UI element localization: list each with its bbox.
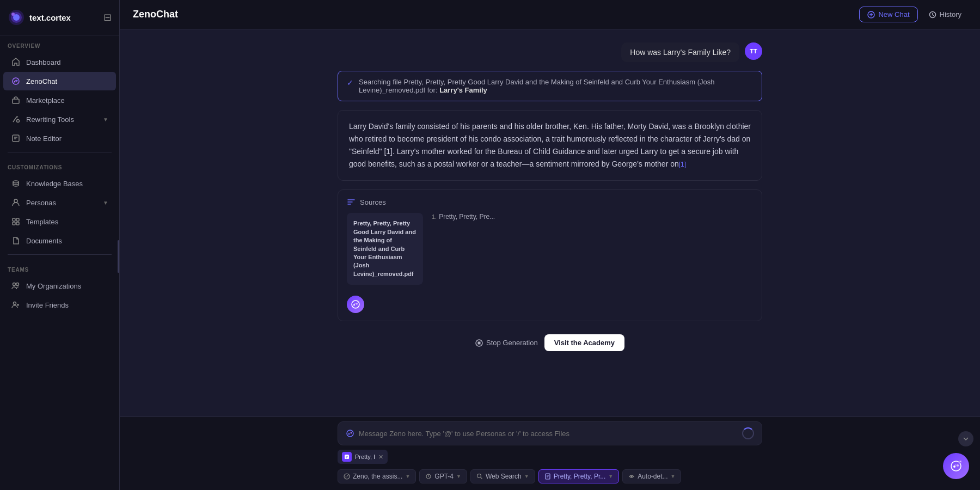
persona-chevron-icon: ▼	[405, 474, 410, 479]
sidebar-item-invite-friends[interactable]: Invite Friends	[3, 296, 116, 314]
user-avatar: TT	[745, 42, 762, 60]
ai-response: Larry David's family consisted of his pa…	[338, 110, 762, 181]
message-input[interactable]	[359, 430, 738, 438]
check-icon: ✓	[347, 78, 353, 87]
source-items: 1. Pretty, Pretty, Pre...	[432, 213, 495, 220]
stop-icon	[475, 339, 483, 347]
file-selector-button[interactable]: Pretty, Pretty, Pr... ▼	[538, 469, 620, 483]
auto-detect-button[interactable]: Auto-det... ▼	[622, 469, 681, 483]
auto-detect-icon	[628, 473, 635, 480]
logo-icon	[8, 9, 25, 26]
svg-point-34	[477, 474, 481, 478]
sidebar-scrollbar	[118, 240, 119, 273]
file-chip: Pretty, I ✕	[338, 450, 388, 464]
invite-friends-icon	[11, 300, 21, 310]
zeno-float-button[interactable]	[943, 453, 969, 479]
svg-rect-14	[13, 222, 15, 225]
header-actions: New Chat History	[859, 7, 967, 22]
model-chevron-icon: ▼	[456, 474, 461, 479]
svg-point-16	[13, 283, 16, 286]
sidebar-item-zenochat[interactable]: ZenoChat	[3, 72, 116, 90]
svg-point-31	[346, 476, 347, 477]
svg-point-40	[959, 460, 962, 463]
model-icon	[425, 473, 432, 480]
chat-area: How was Larry's Family Like? TT ✓ Search…	[120, 29, 980, 416]
search-notification-text: Searching file Pretty, Pretty, Pretty Go…	[359, 78, 753, 94]
svg-rect-15	[16, 222, 19, 225]
svg-point-32	[347, 475, 348, 476]
sidebar-item-note-editor[interactable]: Note Editor	[3, 129, 116, 148]
zeno-float-icon	[950, 460, 963, 473]
web-search-button[interactable]: Web Search ▼	[470, 469, 535, 483]
dashboard-label: Dashboard	[26, 58, 108, 66]
sidebar-item-personas[interactable]: Personas ▼	[3, 193, 116, 212]
sources-icon	[347, 198, 356, 206]
file-icon	[544, 473, 551, 480]
history-icon	[929, 11, 936, 19]
search-notification: ✓ Searching file Pretty, Pretty, Pretty …	[338, 71, 762, 101]
page-title: ZenoChat	[133, 9, 859, 20]
sidebar-divider-2	[8, 254, 112, 255]
svg-rect-9	[13, 135, 19, 142]
sidebar-logo: text.cortex ⊟	[0, 0, 119, 35]
svg-point-27	[348, 433, 350, 435]
sidebar-item-knowledge-bases[interactable]: Knowledge Bases	[3, 174, 116, 193]
web-search-icon	[476, 473, 483, 480]
svg-rect-7	[13, 99, 19, 103]
note-editor-icon	[11, 133, 21, 143]
sidebar-item-documents[interactable]: Documents	[3, 231, 116, 250]
note-editor-label: Note Editor	[26, 134, 108, 143]
main-content: ZenoChat New Chat History How was Larry	[120, 0, 980, 490]
invite-friends-label: Invite Friends	[26, 301, 108, 309]
marketplace-label: Marketplace	[26, 96, 108, 105]
sidebar-item-rewriting-tools[interactable]: Rewriting Tools ▼	[3, 110, 116, 128]
knowledge-bases-icon	[11, 179, 21, 188]
sidebar-item-templates[interactable]: Templates	[3, 212, 116, 231]
zenochat-icon	[11, 76, 21, 86]
teams-section-label: Teams	[0, 259, 119, 276]
customizations-section-label: Customizations	[0, 157, 119, 174]
svg-rect-12	[13, 218, 15, 221]
sidebar-item-my-organizations[interactable]: My Organizations	[3, 277, 116, 295]
user-message: How was Larry's Family Like? TT	[338, 42, 762, 62]
auto-detect-chevron-icon: ▼	[671, 474, 676, 479]
templates-label: Templates	[26, 218, 108, 226]
sidebar-item-dashboard[interactable]: Dashboard	[3, 53, 116, 71]
bot-row	[347, 293, 753, 313]
svg-point-5	[14, 81, 16, 83]
svg-point-10	[13, 181, 19, 183]
sidebar-nav: Overview Dashboard ZenoChat	[0, 35, 119, 490]
message-input-icon	[346, 429, 354, 438]
expand-icon	[962, 435, 970, 443]
stop-generation-button[interactable]: Stop Generation	[475, 339, 538, 347]
chat-input-area: Pretty, I ✕ Zeno, the assis... ▼	[120, 416, 980, 490]
templates-icon	[11, 217, 21, 226]
documents-icon	[11, 236, 21, 246]
home-icon	[11, 57, 21, 67]
svg-rect-25	[478, 341, 481, 344]
model-selector-button[interactable]: GPT-4 ▼	[419, 469, 467, 483]
svg-point-4	[13, 78, 19, 84]
chevron-down-icon: ▼	[103, 117, 108, 122]
sidebar: text.cortex ⊟ Overview Dashboard Zeno	[0, 0, 120, 490]
svg-point-3	[11, 13, 15, 16]
rewriting-tools-icon	[11, 114, 21, 124]
my-organizations-label: My Organizations	[26, 282, 108, 290]
history-button[interactable]: History	[923, 7, 967, 22]
pdf-icon	[344, 454, 350, 460]
bot-avatar	[347, 296, 364, 313]
documents-label: Documents	[26, 237, 108, 245]
sidebar-item-marketplace[interactable]: Marketplace	[3, 91, 116, 109]
personas-label: Personas	[26, 199, 97, 207]
logo-text: text.cortex	[29, 13, 71, 22]
persona-selector-button[interactable]: Zeno, the assis... ▼	[338, 469, 416, 483]
file-chip-close-button[interactable]: ✕	[378, 454, 383, 461]
sidebar-toggle-icon[interactable]: ⊟	[103, 11, 112, 23]
rewriting-tools-label: Rewriting Tools	[26, 115, 97, 124]
expand-button[interactable]	[958, 431, 973, 446]
chat-input-box[interactable]	[338, 421, 762, 445]
new-chat-button[interactable]: New Chat	[859, 7, 917, 22]
visit-academy-button[interactable]: Visit the Academy	[544, 334, 624, 351]
svg-rect-35	[546, 474, 550, 479]
sources-container: Sources Pretty, Pretty, Pretty Good Larr…	[338, 189, 762, 321]
